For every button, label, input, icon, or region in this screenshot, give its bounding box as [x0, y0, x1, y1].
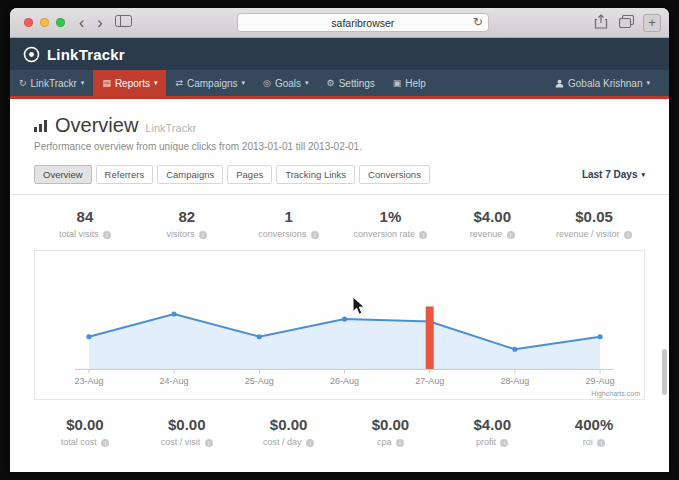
chart-area	[89, 314, 600, 369]
info-icon: i	[306, 439, 314, 447]
help-icon: ▣	[393, 78, 402, 88]
chart-marker	[172, 311, 177, 316]
info-icon: i	[205, 439, 213, 447]
chevron-down-icon: ▾	[641, 171, 645, 179]
stat-value: $0.00	[34, 416, 136, 433]
linktrackr-nav-icon: ↻	[19, 78, 27, 88]
tab-referrers[interactable]: Referrers	[96, 165, 154, 184]
page-subtitle: LinkTrackr	[145, 122, 196, 134]
nav-item-label: Campaigns	[187, 78, 238, 89]
stat-label: cost / day i	[238, 437, 340, 447]
refresh-icon[interactable]: ↻	[473, 15, 483, 29]
tab-overview[interactable]: Overview	[34, 165, 92, 184]
tab-bar: OverviewReferrersCampaignsPagesTracking …	[10, 152, 669, 195]
stat-label: roi i	[543, 437, 645, 447]
stat-total-visits: 84total visits i	[34, 208, 136, 239]
stat-value: $0.05	[543, 208, 645, 225]
performance-chart: 23-Aug24-Aug25-Aug26-Aug27-Aug28-Aug29-A…	[35, 251, 644, 399]
x-axis-label: 27-Aug	[415, 376, 444, 386]
chevron-down-icon: ▾	[154, 79, 158, 87]
minimize-window-button[interactable]	[40, 18, 49, 27]
nav-item-label: Goals	[275, 78, 301, 89]
nav-item-label: LinkTrackr	[31, 78, 77, 89]
stat-cost-day: $0.00cost / day i	[238, 416, 340, 447]
browser-chrome: ‹ › safaribrowser ↻ +	[10, 8, 669, 38]
stat-value: 1	[238, 208, 340, 225]
nav-item-reports[interactable]: ▤Reports▾	[93, 70, 166, 96]
stat-total-cost: $0.00total cost i	[34, 416, 136, 447]
stat-value: $4.00	[441, 416, 543, 433]
info-icon: i	[597, 439, 605, 447]
x-axis-label: 26-Aug	[330, 376, 359, 386]
tab-pages[interactable]: Pages	[227, 165, 272, 184]
chart-marker	[257, 334, 262, 339]
nav-item-label: Settings	[339, 78, 375, 89]
chart-panel: 23-Aug24-Aug25-Aug26-Aug27-Aug28-Aug29-A…	[34, 250, 645, 400]
stat-label: total cost i	[34, 437, 136, 447]
user-menu[interactable]: Gobala Krishnan ▾	[546, 70, 659, 96]
stat-visitors: 82visitors i	[136, 208, 238, 239]
share-icon[interactable]	[592, 14, 610, 32]
stat-label: revenue i	[441, 229, 543, 239]
user-icon	[555, 79, 564, 88]
stat-value: $0.00	[238, 416, 340, 433]
back-button[interactable]: ‹	[76, 15, 87, 31]
nav-item-campaigns[interactable]: ⇄Campaigns▾	[166, 70, 254, 96]
chevron-down-icon: ▾	[242, 79, 246, 87]
stat-value: $4.00	[441, 208, 543, 225]
chart-marker	[86, 334, 91, 339]
nav-item-goals[interactable]: ◎Goals▾	[254, 70, 318, 96]
nav-item-help[interactable]: ▣Help	[384, 70, 435, 96]
main-nav-items: ↻LinkTrackr▾▤Reports▾⇄Campaigns▾◎Goals▾⚙…	[10, 70, 435, 96]
forward-button[interactable]: ›	[94, 15, 105, 31]
stat-roi: 400%roi i	[543, 416, 645, 447]
nav-item-label: Help	[405, 78, 426, 89]
date-range-dropdown[interactable]: Last 7 Days ▾	[582, 169, 645, 180]
info-icon: i	[500, 439, 508, 447]
nav-item-settings[interactable]: ⚙Settings	[318, 70, 384, 96]
stat-conversions: 1conversions i	[238, 208, 340, 239]
stat-cpa: $0.00cpa i	[339, 416, 441, 447]
stat-profit: $4.00profit i	[441, 416, 543, 447]
stat-label: revenue / visitor i	[543, 229, 645, 239]
brand-name: LinkTrackr	[47, 46, 125, 63]
scrollbar-thumb[interactable]	[662, 349, 667, 395]
address-bar[interactable]: safaribrowser ↻	[237, 13, 489, 32]
nav-item-label: Reports	[115, 78, 150, 89]
x-axis-label: 25-Aug	[245, 376, 274, 386]
close-window-button[interactable]	[24, 18, 33, 27]
stat-value: 84	[34, 208, 136, 225]
stat-value: $0.00	[339, 416, 441, 433]
page-head: Overview LinkTrackr Performance overview…	[10, 99, 669, 152]
zoom-window-button[interactable]	[56, 18, 65, 27]
tab-tracking-links[interactable]: Tracking Links	[276, 165, 355, 184]
tab-bar-tabs: OverviewReferrersCampaignsPagesTracking …	[34, 165, 434, 184]
app-header: LinkTrackr	[10, 38, 669, 70]
stat-revenue-visitor: $0.05revenue / visitor i	[543, 208, 645, 239]
stats-row-bottom: $0.00total cost i$0.00cost / visit i$0.0…	[10, 408, 669, 455]
chart-credit[interactable]: Highcharts.com	[591, 390, 640, 397]
nav-item-linktrackr[interactable]: ↻LinkTrackr▾	[10, 70, 93, 96]
date-range-label: Last 7 Days	[582, 169, 638, 180]
tab-overview-icon[interactable]	[617, 15, 636, 31]
sidebar-toggle-icon[interactable]	[113, 15, 134, 30]
stat-label: total visits i	[34, 229, 136, 239]
new-tab-button[interactable]: +	[643, 14, 661, 32]
info-icon: i	[396, 439, 404, 447]
stat-value: 1%	[339, 208, 441, 225]
chart-marker	[342, 317, 347, 322]
stat-value: 400%	[543, 416, 645, 433]
goals-icon: ◎	[263, 78, 271, 88]
chevron-down-icon: ▾	[305, 79, 309, 87]
conversion-column	[426, 307, 434, 370]
info-icon: i	[311, 231, 319, 239]
tab-campaigns[interactable]: Campaigns	[157, 165, 223, 184]
tab-conversions[interactable]: Conversions	[359, 165, 430, 184]
bar-chart-icon	[34, 120, 47, 132]
chart-marker	[512, 347, 517, 352]
stat-label: cpa i	[339, 437, 441, 447]
stat-value: 82	[136, 208, 238, 225]
stat-label: profit i	[441, 437, 543, 447]
x-axis-label: 29-Aug	[586, 376, 615, 386]
campaigns-icon: ⇄	[175, 78, 183, 88]
